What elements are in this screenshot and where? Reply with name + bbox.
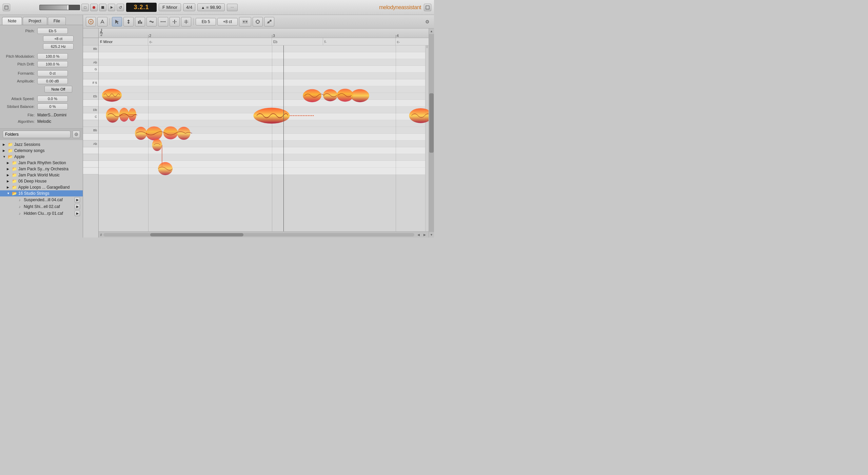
cents-display-field[interactable]: +8 ct xyxy=(217,18,238,25)
midi-btn[interactable]: ⋯ xyxy=(227,4,238,11)
piano-key-bb4[interactable]: Bb xyxy=(83,127,98,134)
piano-key-f5[interactable]: F 5 xyxy=(83,79,98,86)
loop-region-btn[interactable]: □ xyxy=(81,4,89,11)
chord-marker-c: c- xyxy=(148,38,272,45)
svg-point-31 xyxy=(243,21,244,22)
list-item[interactable]: ▼ 📂 16 Studio Strings xyxy=(0,190,83,196)
pitch-grid[interactable] xyxy=(99,45,429,231)
tab-note[interactable]: Note xyxy=(2,17,22,25)
selection-tool-btn[interactable] xyxy=(112,17,122,26)
tree-arrow: ▶ xyxy=(7,167,12,171)
algorithm-value: Melodic xyxy=(37,119,51,124)
snap-to-scale-btn[interactable] xyxy=(239,17,251,26)
piano-key-db5[interactable]: Db xyxy=(83,107,98,113)
scroll-down-arrow[interactable]: ▼ xyxy=(429,232,434,238)
attack-value[interactable]: 0.0 % xyxy=(37,96,68,102)
preview-play-btn[interactable]: ▶ xyxy=(75,204,80,209)
formants-value[interactable]: 0 ct xyxy=(37,70,68,76)
piano-key-g5[interactable]: G xyxy=(83,66,98,73)
ruler[interactable]: 2 3 4 𝄞 xyxy=(99,28,429,38)
cents-value[interactable]: +8 ct xyxy=(43,36,74,42)
v-scroll-thumb[interactable] xyxy=(429,93,434,153)
piano-key-gb4[interactable] xyxy=(83,154,98,161)
attack-label: Attack Speed: xyxy=(3,97,37,101)
list-item[interactable]: ▶ 📁 Jam Pack Sy...ny Orchestra xyxy=(0,166,83,172)
stop-btn[interactable] xyxy=(99,4,106,11)
time-stretch-btn[interactable] xyxy=(158,17,168,26)
piano-key-e4[interactable] xyxy=(83,168,98,174)
sibilant-value[interactable]: 0 % xyxy=(37,103,68,110)
piano-key-e5[interactable] xyxy=(83,86,98,93)
freq-value[interactable]: 625.2 Hz xyxy=(43,43,74,50)
scroll-left-arrow[interactable]: ◀ xyxy=(416,233,421,236)
smart-tool-btn[interactable] xyxy=(253,17,263,26)
list-item[interactable]: ▶ 📁 Celemony songs xyxy=(0,148,83,154)
quantize-btn[interactable] xyxy=(181,17,191,26)
pitch-row: Pitch: Eb 5 xyxy=(3,28,79,34)
note-separate-btn[interactable] xyxy=(170,17,180,26)
h-scroll-thumb[interactable] xyxy=(150,233,243,236)
piano-key-d5[interactable] xyxy=(83,100,98,107)
horizontal-scrollbar[interactable]: # ◀ ▶ xyxy=(99,231,429,238)
record-btn[interactable] xyxy=(90,4,98,11)
pitch-shift-btn[interactable] xyxy=(123,17,134,26)
window-toggle-btn[interactable] xyxy=(3,4,10,11)
note-off-button[interactable]: Note Off xyxy=(44,86,73,93)
list-item[interactable]: ♪ Night Shi...ell 02.caf ▶ xyxy=(0,203,83,210)
app-title-area: melodyneassistant xyxy=(379,4,431,11)
list-item[interactable]: ▶ 📁 Jam Pack World Music xyxy=(0,172,83,178)
piano-key-a4[interactable] xyxy=(83,134,98,140)
amplitude-tool-btn[interactable] xyxy=(135,17,145,26)
scroll-up-arrow[interactable]: ▲ xyxy=(429,28,434,34)
tab-project[interactable]: Project xyxy=(23,17,47,25)
piano-key-bb5[interactable]: Bb xyxy=(83,45,98,52)
pitch-mod-value[interactable]: 100.0 % xyxy=(37,53,68,59)
audio-file-icon: ♪ xyxy=(17,197,22,202)
piano-key-c5[interactable]: C xyxy=(83,113,98,120)
piano-key-g4[interactable] xyxy=(83,147,98,154)
pitch-value[interactable]: Eb 5 xyxy=(37,28,68,34)
tree-item-label: Hidden Clu...rp 01.caf xyxy=(24,211,75,216)
piano-key-ab5[interactable]: Ab xyxy=(83,59,98,66)
pitch-correct-btn[interactable] xyxy=(264,17,274,26)
amplitude-value[interactable]: 0.00 dB xyxy=(37,78,68,84)
preview-play-btn[interactable]: ▶ xyxy=(75,211,80,216)
list-item[interactable]: ▶ 📁 06 Deep House xyxy=(0,178,83,184)
browser-type-select[interactable]: Folders xyxy=(3,131,71,138)
browser-config-btn[interactable] xyxy=(73,131,80,138)
vertical-scrollbar[interactable]: ▲ ▼ xyxy=(429,28,434,238)
svg-rect-17 xyxy=(141,22,142,24)
playhead-slider[interactable] xyxy=(39,5,80,10)
list-item[interactable]: ▶ 📁 Jazz Sessions xyxy=(0,141,83,148)
chord-marker-eb: Eb xyxy=(272,38,323,45)
melodyne-mode-btn[interactable] xyxy=(86,17,96,26)
piano-key-b4[interactable] xyxy=(83,120,98,127)
list-item[interactable]: ▶ 📁 Apple Loops ... GarageBand xyxy=(0,184,83,190)
key-display[interactable]: F Minor xyxy=(159,3,181,11)
pitch-display-field[interactable]: Eb 5 xyxy=(196,18,216,25)
list-item[interactable]: ▼ 📂 Apple xyxy=(0,154,83,160)
list-item[interactable]: ♪ Suspended...ill 04.caf ▶ xyxy=(0,196,83,203)
piano-key-label: Bb xyxy=(93,129,97,132)
piano-key-ab4[interactable]: Ab xyxy=(83,140,98,147)
tab-file[interactable]: File xyxy=(48,17,66,25)
scroll-right-arrow[interactable]: ▶ xyxy=(422,233,427,236)
piano-key-eb5[interactable]: Eb xyxy=(83,93,98,100)
list-item[interactable]: ♪ Hidden Clu...rp 01.caf ▶ xyxy=(0,210,83,217)
settings-gear-icon[interactable]: ⚙ xyxy=(423,18,431,26)
tempo-display: ▲ = 98.90 xyxy=(197,3,225,11)
loop-btn[interactable]: ↺ xyxy=(117,4,124,11)
pitch-drift-value[interactable]: 100.0 % xyxy=(37,61,68,67)
piano-key-f4[interactable] xyxy=(83,161,98,168)
play-btn[interactable] xyxy=(108,4,115,11)
list-item[interactable]: ▶ 📁 Jam Pack Rhythm Section xyxy=(0,160,83,166)
piano-key-a5[interactable] xyxy=(83,52,98,59)
formant-tool-btn[interactable] xyxy=(146,17,157,26)
window-expand-btn[interactable] xyxy=(424,4,431,11)
piano-key-gb5[interactable] xyxy=(83,73,98,79)
folder-icon: 📂 xyxy=(12,191,17,196)
v-scroll-track[interactable] xyxy=(429,34,434,232)
left-panel: Note Project File Pitch: Eb 5 +8 ct 625.… xyxy=(0,15,83,238)
preview-play-btn[interactable]: ▶ xyxy=(75,197,80,203)
pitch-tool-btn[interactable] xyxy=(97,17,107,26)
